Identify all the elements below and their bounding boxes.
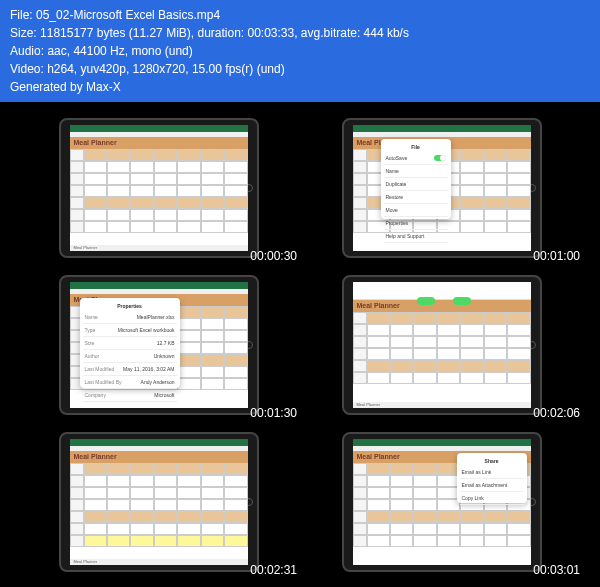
thumbnail-grid: Meal Planner Meal Planner 00:00:30: [0, 102, 600, 587]
timecode: 00:01:30: [250, 406, 297, 420]
thumbnail-1: Meal Planner Meal Planner 00:00:30: [20, 112, 297, 263]
ribbon-toggle-icon: [453, 297, 471, 305]
menu-item-duplicate[interactable]: Duplicate: [384, 178, 448, 191]
menu-item-autosave[interactable]: AutoSave: [384, 152, 448, 165]
menu-item-copy-link[interactable]: Copy Link: [460, 492, 524, 505]
toggle-icon: [434, 155, 446, 161]
thumbnail-3: Meal Planner Properties NameMealPlanner.…: [20, 269, 297, 420]
spreadsheet-title: Meal Planner: [70, 451, 248, 463]
video-info: h264, yuv420p, 1280x720, 15.00 fps(r) (u…: [47, 62, 285, 76]
calendar-grid: [70, 463, 248, 547]
ipad-frame: Meal Planner File AutoSave Name Duplicat…: [342, 118, 542, 258]
properties-popup: Properties NameMealPlanner.xlsx TypeMicr…: [80, 298, 180, 388]
menu-item-move[interactable]: Move: [384, 204, 448, 217]
excel-ribbon: [353, 125, 531, 137]
calendar-grid: [353, 312, 531, 384]
menu-item-email-link[interactable]: Email as Link: [460, 466, 524, 479]
sheet-tab: Meal Planner: [70, 559, 248, 565]
prop-row: Size12.7 KB: [83, 337, 177, 350]
excel-ribbon: [70, 125, 248, 137]
thumbnail-6: Meal Planner Share Email as Link Email a…: [303, 426, 580, 577]
timecode: 00:00:30: [250, 249, 297, 263]
excel-ribbon: [353, 282, 531, 300]
prop-row: Last ModifiedMay 11, 2016, 3:02 AM: [83, 363, 177, 376]
thumbnail-2: Meal Planner File AutoSave Name Duplicat…: [303, 112, 580, 263]
prop-row: TypeMicrosoft Excel workbook: [83, 324, 177, 337]
ipad-frame: Meal Planner Meal Planner: [59, 118, 259, 258]
filesize: 11815177 bytes (11.27 MiB), duration: 00…: [40, 26, 409, 40]
ribbon-toggle-icon: [417, 297, 435, 305]
timecode: 00:03:01: [533, 563, 580, 577]
spreadsheet-title: Meal Planner: [353, 300, 531, 312]
prop-row: AuthorUnknown: [83, 350, 177, 363]
menu-item-restore[interactable]: Restore: [384, 191, 448, 204]
excel-ribbon: [70, 439, 248, 451]
menu-item-email-attachment[interactable]: Email as Attachment: [460, 479, 524, 492]
excel-ribbon: [70, 282, 248, 294]
generator-tag: Generated by Max-X: [10, 78, 590, 96]
sheet-tab: Meal Planner: [353, 402, 531, 408]
thumbnail-5: Meal Planner Meal Planner 00:02:31: [20, 426, 297, 577]
filename: 05_02-Microsoft Excel Basics.mp4: [36, 8, 220, 22]
menu-item-help[interactable]: Help and Support: [384, 230, 448, 243]
prop-row: Last Modified ByAndy Anderson: [83, 376, 177, 389]
prop-row: NameMealPlanner.xlsx: [83, 311, 177, 324]
menu-item-name[interactable]: Name: [384, 165, 448, 178]
timecode: 00:02:06: [533, 406, 580, 420]
file-menu-popup: File AutoSave Name Duplicate Restore Mov…: [381, 139, 451, 219]
calendar-grid: [70, 149, 248, 233]
excel-ribbon: [353, 439, 531, 451]
spreadsheet-title: Meal Planner: [70, 137, 248, 149]
ipad-frame: Meal Planner Properties NameMealPlanner.…: [59, 275, 259, 415]
ipad-frame: Meal Planner Meal Planner: [342, 275, 542, 415]
share-menu-popup: Share Email as Link Email as Attachment …: [457, 453, 527, 503]
timecode: 00:02:31: [250, 563, 297, 577]
media-info-header: File: 05_02-Microsoft Excel Basics.mp4 S…: [0, 0, 600, 102]
thumbnail-4: Meal Planner Meal Planner 00:02:06: [303, 269, 580, 420]
ipad-frame: Meal Planner Share Email as Link Email a…: [342, 432, 542, 572]
menu-item-properties[interactable]: Properties: [384, 217, 448, 230]
prop-row: CompanyMicrosoft: [83, 389, 177, 402]
sheet-tab: Meal Planner: [70, 245, 248, 251]
ipad-frame: Meal Planner Meal Planner: [59, 432, 259, 572]
audio-info: aac, 44100 Hz, mono (und): [47, 44, 192, 58]
timecode: 00:01:00: [533, 249, 580, 263]
